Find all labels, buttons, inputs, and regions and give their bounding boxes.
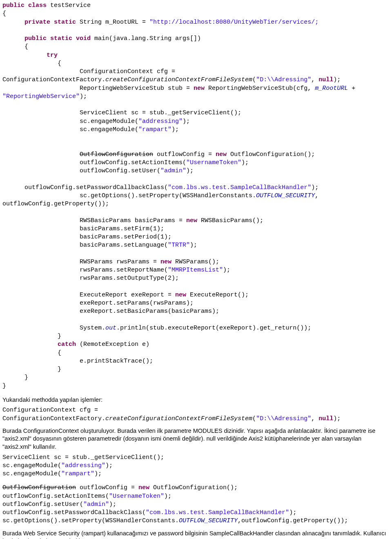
code-text: rwsParams.setReportName( bbox=[2, 267, 168, 274]
code-text: RWSParams(); bbox=[172, 258, 219, 265]
code-static: m_RootURL bbox=[315, 85, 348, 92]
code-static: OUTFLOW_SECURITY bbox=[179, 517, 238, 524]
code-string: "rampart" bbox=[61, 470, 94, 477]
code-text: main(java.lang.String args[]) bbox=[91, 35, 201, 42]
code-text: ); bbox=[190, 242, 197, 249]
code-text: ); bbox=[80, 93, 87, 100]
code-text: ); bbox=[289, 509, 296, 516]
code-string: "UsernameToken" bbox=[186, 159, 241, 166]
code-text: outflowConfig.setPasswordCallbackClass( bbox=[2, 509, 146, 516]
code-text: ServiceClient sc = stub._getServiceClien… bbox=[2, 109, 241, 116]
code-keyword: private static bbox=[2, 19, 76, 26]
code-string: "http://localhost:8080/UnityWebTier/serv… bbox=[149, 19, 318, 26]
code-text bbox=[2, 151, 80, 158]
code-keyword: new bbox=[186, 217, 197, 224]
code-string: "admin" bbox=[83, 501, 109, 508]
code-keyword: new bbox=[175, 292, 186, 298]
paragraph-intro: Yukarıdaki methodda yapılan işlemler: bbox=[2, 396, 390, 404]
code-keyword: catch bbox=[58, 341, 76, 348]
code-method: createConfigurationContextFromFileSystem bbox=[105, 415, 252, 422]
code-text: outflowConfig = bbox=[153, 151, 216, 158]
code-string: "MMRPItemsList" bbox=[168, 267, 223, 274]
code-keyword: null bbox=[318, 415, 333, 422]
code-text: { bbox=[2, 60, 61, 67]
code-string: "addressing" bbox=[61, 462, 105, 469]
code-text: sc.getOptions().setProperty(WSSHandlerCo… bbox=[2, 517, 179, 524]
code-text: sc.engageModule( bbox=[2, 470, 61, 477]
code-text: ,outflowConfig.getProperty()); bbox=[238, 517, 348, 524]
code-text: } bbox=[2, 333, 61, 340]
code-text: ); bbox=[186, 167, 194, 174]
code-snippet-3: OutflowConfiguration outflowConfig = new… bbox=[2, 484, 390, 525]
code-keyword: public class bbox=[2, 2, 47, 9]
code-text: RWSBasicParams basicParams = bbox=[2, 217, 186, 224]
code-text: ); bbox=[333, 415, 341, 422]
code-string: "D:\\Adressing" bbox=[256, 415, 311, 422]
code-static: OUTFLOW_SECURITY bbox=[256, 192, 315, 199]
code-text: basicParams.setFirm(1); bbox=[2, 225, 164, 232]
code-text: { bbox=[2, 10, 6, 17]
code-keyword: new bbox=[194, 85, 205, 92]
code-keyword: null bbox=[318, 76, 333, 83]
code-text: e.printStackTrace(); bbox=[2, 358, 153, 365]
code-strike: OutflowConfiguration bbox=[80, 151, 153, 158]
code-text: , bbox=[311, 415, 318, 422]
code-text: outflowConfig.setActionItems( bbox=[2, 159, 186, 166]
code-text: } bbox=[2, 374, 28, 381]
code-string: "admin" bbox=[160, 167, 186, 174]
code-text: outflowConfig.setActionItems( bbox=[2, 493, 109, 500]
code-string: "UsernameToken" bbox=[109, 493, 164, 500]
code-string: "TRTR" bbox=[168, 242, 190, 249]
code-text: RWSBasicParams(); bbox=[197, 217, 263, 224]
code-text: ); bbox=[333, 76, 341, 83]
code-keyword: try bbox=[2, 52, 58, 59]
code-text: , bbox=[311, 76, 318, 83]
code-text: ReportingWebServiceStub stub = bbox=[2, 85, 194, 92]
code-block-main: public class testService { private stati… bbox=[2, 2, 390, 390]
code-text: RWSParams rwsParams = bbox=[2, 258, 160, 265]
code-text: { bbox=[2, 350, 61, 356]
code-text: sc.getOptions().setProperty(WSSHandlerCo… bbox=[2, 192, 256, 199]
code-text: { bbox=[2, 43, 28, 50]
code-text: ( bbox=[252, 415, 256, 422]
code-text: ExecuteReport(); bbox=[186, 292, 249, 298]
code-text: ); bbox=[105, 462, 113, 469]
code-text: .println(stub.executeReport(exeReport).g… bbox=[116, 325, 311, 332]
code-snippet-2: ServiceClient sc = stub._getServiceClien… bbox=[2, 454, 390, 479]
code-text: rwsParams.setOutputType(2); bbox=[2, 275, 179, 282]
code-strike: OutflowConfiguration bbox=[2, 484, 76, 491]
code-keyword: new bbox=[138, 484, 149, 491]
code-text: basicParams.setLanguage( bbox=[2, 242, 168, 249]
code-text: sc.engageModule( bbox=[2, 126, 138, 133]
paragraph-explain-1: Burada ConfigurationContext oluşturuluyo… bbox=[2, 427, 390, 451]
code-text: } bbox=[2, 366, 61, 373]
code-string: "ReportingWebService" bbox=[2, 93, 80, 100]
code-text: OutflowConfiguration(); bbox=[149, 484, 238, 491]
code-text: ( bbox=[252, 76, 256, 83]
code-text: System. bbox=[2, 325, 105, 332]
code-text: ServiceClient sc = stub._getServiceClien… bbox=[2, 454, 164, 461]
code-text: exeReport.setParams(rwsParams); bbox=[2, 300, 194, 307]
code-text: outflowConfig.setPasswordCallbackClass( bbox=[2, 184, 168, 191]
code-keyword: public static void bbox=[2, 35, 91, 42]
code-string: "rampart" bbox=[138, 126, 172, 133]
code-text: ReportingWebServiceStub(cfg, bbox=[205, 85, 315, 92]
code-snippet-1: ConfigurationContext cfg = Configuration… bbox=[2, 406, 390, 423]
code-text: (RemoteException e) bbox=[76, 341, 149, 348]
code-text: sc.engageModule( bbox=[2, 462, 61, 469]
code-text: ExecuteReport exeReport = bbox=[2, 292, 175, 298]
code-keyword: new bbox=[216, 151, 227, 158]
code-method: createConfigurationContextFromFileSystem bbox=[105, 76, 252, 83]
code-text: ); bbox=[183, 118, 190, 125]
code-text: ); bbox=[109, 501, 116, 508]
code-text: sc.engageModule( bbox=[2, 118, 138, 125]
code-text: exeReport.setBasicParams(basicParams); bbox=[2, 308, 219, 315]
code-text: outflowConfig = bbox=[76, 484, 138, 491]
code-text: testService bbox=[47, 2, 91, 9]
code-text: ); bbox=[241, 159, 249, 166]
paragraph-explain-2: Burada Web Service Security (rampart) ku… bbox=[2, 530, 390, 539]
code-text: basicParams.setPeriod(1); bbox=[2, 234, 172, 241]
code-text: ); bbox=[94, 470, 102, 477]
code-text: ConfigurationContext cfg = Configuration… bbox=[2, 407, 105, 422]
code-string: "com.lbs.ws.test.SampleCallBackHandler" bbox=[168, 184, 311, 191]
